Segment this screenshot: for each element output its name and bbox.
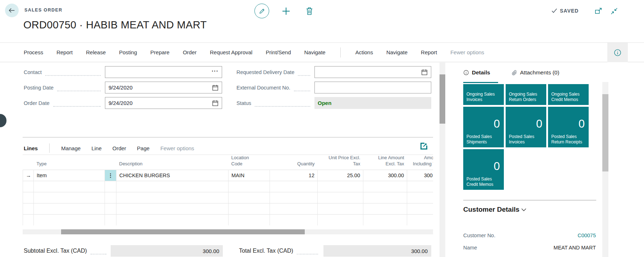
status-badge: Open bbox=[318, 100, 331, 106]
tile-count: 0 bbox=[579, 118, 585, 130]
open-in-new-window-button[interactable] bbox=[594, 7, 603, 15]
customer-no-row: Customer No. C00075 bbox=[463, 231, 596, 239]
page-title: ORD00750 · HABIB MEAT AND MART bbox=[23, 19, 207, 31]
menu-item-fewer-options[interactable]: Fewer options bbox=[450, 49, 484, 55]
scrollbar-thumb[interactable] bbox=[602, 94, 608, 171]
col-header-location-code[interactable]: LocationCode bbox=[229, 155, 270, 170]
customer-no-link[interactable]: C00075 bbox=[578, 233, 596, 238]
cell-description[interactable]: CHICKEN BURGERS bbox=[116, 170, 229, 181]
col-header-quantity[interactable]: Quantity bbox=[270, 155, 318, 170]
customer-name-label: Name bbox=[463, 245, 477, 251]
menu-item-request-approval[interactable]: Request Approval bbox=[210, 49, 252, 55]
empty-line-row[interactable] bbox=[23, 214, 433, 225]
tab-attachments[interactable]: Attachments (0) bbox=[512, 69, 559, 76]
customer-details-heading[interactable]: Customer Details bbox=[463, 206, 526, 214]
tile-count: 0 bbox=[494, 160, 500, 173]
empty-line-row[interactable] bbox=[23, 203, 433, 214]
save-status-label: SAVED bbox=[560, 8, 579, 14]
tile-posted-sales-return-receipts[interactable]: 0 Posted Sales Return Receipts bbox=[548, 107, 589, 147]
cell-line-amount[interactable]: 300.00 bbox=[363, 170, 407, 181]
dotted-leader bbox=[298, 75, 310, 76]
contact-input[interactable]: ··· bbox=[105, 66, 222, 78]
menu-item-prepare[interactable]: Prepare bbox=[150, 49, 169, 55]
tile-ongoing-sales-credit-memos[interactable]: Ongoing Sales Credit Memos bbox=[548, 84, 589, 105]
edit-button[interactable] bbox=[254, 4, 269, 18]
order-date-input[interactable]: 9/24/2020 bbox=[105, 97, 222, 109]
dotted-leader bbox=[297, 254, 318, 254]
customer-name-value: MEAT AND MART bbox=[553, 245, 596, 251]
calendar-icon[interactable] bbox=[212, 100, 218, 106]
row-selector-arrow-icon[interactable]: → bbox=[23, 170, 34, 181]
scrollbar-thumb[interactable] bbox=[440, 74, 445, 124]
action-bar: Process Report Release Posting Prepare O… bbox=[0, 42, 644, 62]
lookup-ellipsis-icon[interactable]: ··· bbox=[212, 68, 218, 74]
calendar-icon[interactable] bbox=[421, 69, 428, 75]
empty-line-row[interactable] bbox=[23, 181, 433, 192]
subtotal-value: 300.00 bbox=[203, 248, 219, 254]
new-record-button[interactable] bbox=[281, 6, 291, 16]
lines-menu-manage[interactable]: Manage bbox=[61, 145, 80, 151]
check-icon bbox=[551, 8, 557, 14]
lines-menu-line[interactable]: Line bbox=[91, 145, 101, 151]
tile-posted-sales-shipments[interactable]: 0 Posted Sales Shipments bbox=[463, 107, 504, 147]
menu-item-print-send[interactable]: Print/Send bbox=[266, 49, 291, 55]
tile-posted-sales-credit-memos[interactable]: 0 Posted Sales Credit Memos bbox=[463, 149, 504, 190]
calendar-icon[interactable] bbox=[212, 84, 218, 91]
delete-button[interactable] bbox=[305, 6, 314, 16]
col-header-line-amount[interactable]: Line AmountExcl. Tax bbox=[363, 155, 407, 170]
posting-date-input[interactable]: 9/24/2020 bbox=[105, 82, 222, 93]
col-header-description[interactable]: Description bbox=[116, 155, 229, 170]
customer-name-row: Name MEAT AND MART bbox=[463, 244, 596, 252]
cell-location-code[interactable]: MAIN bbox=[229, 170, 270, 181]
back-button[interactable] bbox=[5, 4, 19, 17]
lines-horizontal-scrollbar[interactable] bbox=[23, 229, 433, 234]
menu-divider bbox=[340, 47, 341, 58]
collapse-window-button[interactable] bbox=[610, 7, 618, 15]
factbox-vertical-scrollbar[interactable] bbox=[602, 82, 608, 257]
cell-amount-including[interactable]: 300.00 bbox=[407, 170, 433, 181]
menu-item-actions[interactable]: Actions bbox=[355, 49, 373, 55]
line-row-1[interactable]: → Item ⋮ CHICKEN BURGERS MAIN 12 25.00 3… bbox=[23, 170, 433, 181]
menu-item-navigate[interactable]: Navigate bbox=[304, 49, 326, 55]
dotted-leader bbox=[294, 91, 310, 91]
requested-delivery-date-input[interactable] bbox=[314, 66, 431, 78]
back-arrow-icon bbox=[8, 6, 16, 14]
menu-item-process[interactable]: Process bbox=[24, 49, 43, 55]
tile-ongoing-sales-return-orders[interactable]: Ongoing Sales Return Orders bbox=[506, 84, 546, 105]
lines-focus-mode-button[interactable] bbox=[420, 143, 427, 150]
dotted-leader bbox=[255, 106, 310, 107]
menu-item-report-2[interactable]: Report bbox=[421, 49, 437, 55]
subtotal-label: Subtotal Excl. Tax (CAD) bbox=[24, 248, 87, 254]
col-header-unit-price[interactable]: Unit Price Excl.Tax bbox=[318, 155, 363, 170]
contact-label: Contact bbox=[24, 69, 42, 75]
menu-item-order[interactable]: Order bbox=[183, 49, 197, 55]
menu-item-navigate-2[interactable]: Navigate bbox=[386, 49, 408, 55]
cell-quantity[interactable]: 12 bbox=[270, 170, 318, 181]
sales-order-page: SALES ORDER ORD00750 · HABIB MEAT AND MA… bbox=[0, 0, 644, 257]
external-document-no-input[interactable] bbox=[314, 82, 431, 93]
tile-ongoing-sales-invoices[interactable]: Ongoing Sales Invoices bbox=[463, 84, 504, 105]
lines-menu-page[interactable]: Page bbox=[137, 145, 150, 151]
cell-unit-price[interactable]: 25.00 bbox=[318, 170, 363, 181]
dotted-leader bbox=[45, 75, 101, 76]
row-options-ellipsis-icon[interactable]: ⋮ bbox=[105, 170, 116, 181]
lines-menu-order[interactable]: Order bbox=[112, 145, 126, 151]
main-vertical-scrollbar[interactable] bbox=[440, 63, 445, 257]
dotted-leader bbox=[57, 91, 101, 91]
menu-item-posting[interactable]: Posting bbox=[119, 49, 137, 55]
side-panel-handle[interactable] bbox=[0, 114, 6, 127]
lines-menu-fewer-options[interactable]: Fewer options bbox=[160, 145, 194, 151]
scrollbar-thumb[interactable] bbox=[61, 229, 305, 234]
lines-toolbar: Lines Manage Line Order Page Fewer optio… bbox=[24, 142, 194, 155]
trash-icon bbox=[305, 6, 314, 16]
col-header-type[interactable]: Type bbox=[34, 155, 105, 170]
tile-posted-sales-invoices[interactable]: 0 Posted Sales Invoices bbox=[506, 107, 546, 147]
total-value-box: 300.00 bbox=[323, 245, 431, 257]
tab-details[interactable]: Details bbox=[463, 69, 490, 76]
menu-item-release[interactable]: Release bbox=[86, 49, 106, 55]
empty-line-row[interactable] bbox=[23, 192, 433, 203]
col-header-amount-including[interactable]: AmountIncluding Tax bbox=[407, 155, 433, 170]
toggle-factbox-button[interactable] bbox=[607, 43, 628, 62]
cell-type[interactable]: Item bbox=[34, 170, 105, 181]
menu-item-report[interactable]: Report bbox=[56, 49, 73, 55]
